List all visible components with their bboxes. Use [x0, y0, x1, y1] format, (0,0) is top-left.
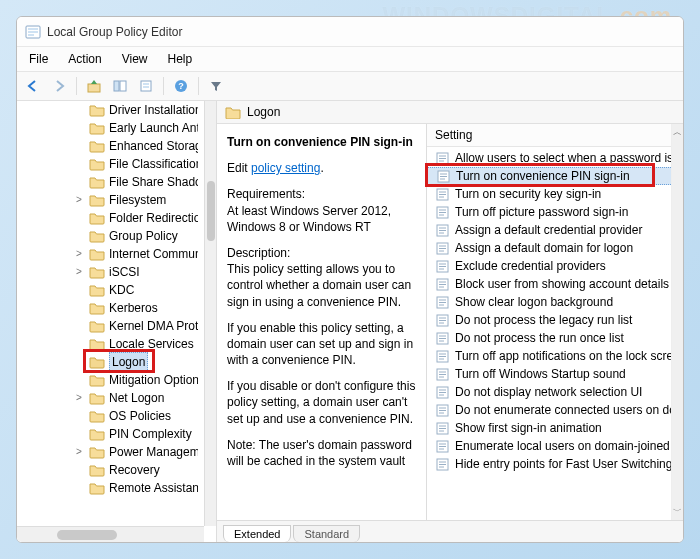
tree-item[interactable]: Recovery [73, 461, 204, 479]
setting-item[interactable]: Block user from showing account details … [427, 275, 683, 293]
setting-label: Assign a default credential provider [455, 223, 642, 237]
toolbar: ? [17, 72, 683, 101]
description-pane: Turn on convenience PIN sign-in Edit pol… [217, 124, 427, 520]
setting-label: Show clear logon background [455, 295, 613, 309]
setting-label: Allow users to select when a password is… [455, 151, 683, 165]
setting-item[interactable]: Turn on security key sign-in [427, 185, 683, 203]
folder-icon [225, 105, 241, 119]
policy-icon [435, 457, 449, 471]
tree-item[interactable]: File Classification [73, 155, 204, 173]
tree-item[interactable]: Locale Services [73, 335, 204, 353]
policy-icon [435, 349, 449, 363]
forward-button[interactable] [47, 75, 71, 97]
setting-label: Hide entry points for Fast User Switchin… [455, 457, 672, 471]
tree-item[interactable]: OS Policies [73, 407, 204, 425]
settings-column-header[interactable]: Setting [427, 124, 683, 147]
setting-label: Turn on convenience PIN sign-in [456, 169, 630, 183]
setting-item[interactable]: Allow users to select when a password is… [427, 149, 683, 167]
tree-item[interactable]: Logon [73, 353, 204, 371]
tree-item-label: iSCSI [109, 263, 140, 281]
setting-item[interactable]: Exclude credential providers [427, 257, 683, 275]
up-button[interactable] [82, 75, 106, 97]
setting-item[interactable]: Do not process the legacy run list [427, 311, 683, 329]
tree-item-label: File Classification [109, 155, 198, 173]
tree-item[interactable]: Group Policy [73, 227, 204, 245]
tree-vertical-scrollbar[interactable] [204, 101, 216, 526]
setting-item[interactable]: Show clear logon background [427, 293, 683, 311]
tree-item-label: Internet Communication [109, 245, 198, 263]
setting-label: Exclude credential providers [455, 259, 606, 273]
setting-item[interactable]: Assign a default domain for logon [427, 239, 683, 257]
tree-item[interactable]: >Filesystem [73, 191, 204, 209]
tree-item-label: OS Policies [109, 407, 171, 425]
tree-item[interactable]: Kernel DMA Protection [73, 317, 204, 335]
settings-vertical-scrollbar[interactable]: ︿﹀ [671, 124, 683, 520]
tree-item[interactable]: Early Launch Antimalware [73, 119, 204, 137]
settings-list[interactable]: Allow users to select when a password is… [427, 147, 683, 520]
folder-icon [89, 463, 105, 477]
tree-item[interactable]: Folder Redirection [73, 209, 204, 227]
setting-item[interactable]: Turn on convenience PIN sign-in [427, 167, 683, 185]
tree-item[interactable]: File Share Shadow Copy [73, 173, 204, 191]
setting-item[interactable]: Show first sign-in animation [427, 419, 683, 437]
content-area: Driver InstallationEarly Launch Antimalw… [17, 101, 683, 542]
tree-pane: Driver InstallationEarly Launch Antimalw… [17, 101, 217, 542]
edit-prefix: Edit [227, 161, 251, 175]
setting-item[interactable]: Do not enumerate connected users on doma… [427, 401, 683, 419]
svg-text:?: ? [178, 81, 184, 91]
scroll-up-icon[interactable]: ︿ [673, 126, 682, 139]
properties-button[interactable] [134, 75, 158, 97]
setting-item[interactable]: Assign a default credential provider [427, 221, 683, 239]
description-block: Description: This policy setting allows … [227, 245, 418, 310]
edit-policy-link[interactable]: policy setting [251, 161, 320, 175]
requirements-heading: Requirements: [227, 186, 418, 202]
tree-horizontal-scrollbar[interactable] [17, 526, 204, 542]
tree-item[interactable]: Driver Installation [73, 101, 204, 119]
setting-item[interactable]: Hide entry points for Fast User Switchin… [427, 455, 683, 473]
menu-file[interactable]: File [21, 49, 56, 69]
tree-item[interactable]: >Power Management [73, 443, 204, 461]
policy-icon [435, 385, 449, 399]
expand-icon[interactable]: > [73, 263, 85, 281]
setting-item[interactable]: Do not process the run once list [427, 329, 683, 347]
folder-icon [89, 193, 105, 207]
setting-label: Block user from showing account details … [455, 277, 683, 291]
tree-item-label: Logon [109, 352, 148, 372]
tree-item[interactable]: >Internet Communication [73, 245, 204, 263]
folder-icon [89, 427, 105, 441]
expand-icon[interactable]: > [73, 443, 85, 461]
tree-item[interactable]: >Net Logon [73, 389, 204, 407]
menu-view[interactable]: View [114, 49, 156, 69]
help-button[interactable]: ? [169, 75, 193, 97]
show-hide-tree-button[interactable] [108, 75, 132, 97]
folder-icon [89, 139, 105, 153]
tree-item[interactable]: PIN Complexity [73, 425, 204, 443]
expand-icon[interactable]: > [73, 245, 85, 263]
tab-extended[interactable]: Extended [223, 525, 291, 542]
menu-action[interactable]: Action [60, 49, 109, 69]
tree-item[interactable]: Mitigation Options [73, 371, 204, 389]
tree-item[interactable]: Remote Assistance [73, 479, 204, 497]
menu-help[interactable]: Help [160, 49, 201, 69]
policy-icon [435, 187, 449, 201]
setting-item[interactable]: Enumerate local users on domain-joined c… [427, 437, 683, 455]
tree-item[interactable]: >iSCSI [73, 263, 204, 281]
folder-icon [89, 229, 105, 243]
setting-item[interactable]: Turn off app notifications on the lock s… [427, 347, 683, 365]
breadcrumb: Logon [217, 101, 683, 124]
tab-standard[interactable]: Standard [293, 525, 360, 542]
setting-item[interactable]: Turn off picture password sign-in [427, 203, 683, 221]
back-button[interactable] [21, 75, 45, 97]
scroll-down-icon[interactable]: ﹀ [673, 505, 682, 518]
setting-item[interactable]: Turn off Windows Startup sound [427, 365, 683, 383]
tree-item[interactable]: KDC [73, 281, 204, 299]
tree-item[interactable]: Kerberos [73, 299, 204, 317]
expand-icon[interactable]: > [73, 191, 85, 209]
tree[interactable]: Driver InstallationEarly Launch Antimalw… [17, 101, 204, 497]
expand-icon[interactable]: > [73, 389, 85, 407]
tree-item[interactable]: Enhanced Storage [73, 137, 204, 155]
setting-item[interactable]: Do not display network selection UI [427, 383, 683, 401]
policy-icon [435, 313, 449, 327]
filter-button[interactable] [204, 75, 228, 97]
tree-item-label: PIN Complexity [109, 425, 192, 443]
